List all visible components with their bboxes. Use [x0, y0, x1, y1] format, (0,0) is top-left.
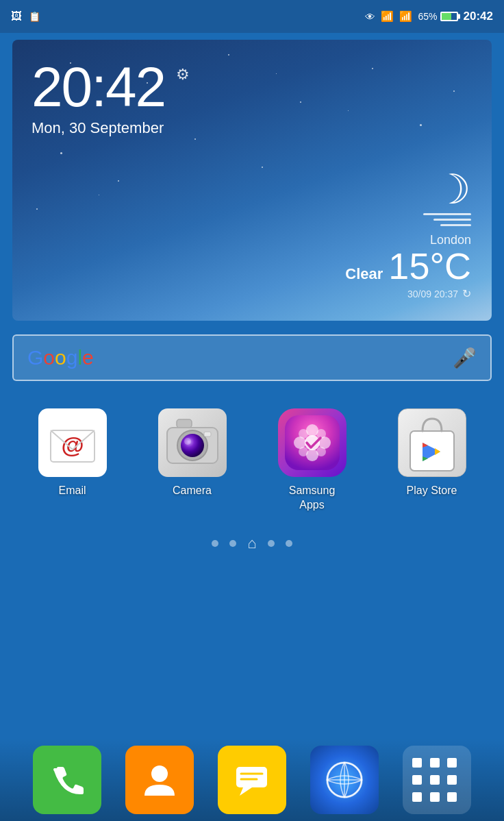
apps-grid-dot [430, 758, 440, 768]
apps-grid-dot [430, 792, 440, 802]
phone-icon [50, 763, 84, 797]
svg-point-23 [151, 765, 168, 782]
weather-desc-temp: Clear 15°C [345, 247, 471, 284]
status-notifications: 🖼 📋 [11, 10, 40, 23]
clock-time: 20:42 [32, 56, 165, 118]
dock-messages[interactable] [218, 746, 286, 814]
playstore-app-icon[interactable] [398, 408, 466, 477]
samsung-icon-svg [285, 415, 340, 470]
samsung-app-label: Samsung Apps [289, 484, 336, 513]
svg-marker-25 [240, 787, 252, 796]
weather-description: Clear [345, 265, 383, 283]
svg-point-16 [316, 447, 326, 456]
email-icon-svg: @ [45, 415, 100, 470]
svg-text:@: @ [61, 432, 84, 458]
weather-info: London Clear 15°C 30/09 20:37 ↻ [345, 233, 471, 300]
dock-contacts[interactable] [125, 746, 194, 814]
browser-icon [324, 759, 365, 800]
email-app-label: Email [58, 484, 86, 498]
email-app-icon[interactable]: @ [38, 408, 107, 477]
refresh-icon[interactable]: ↻ [462, 287, 471, 300]
contacts-icon [140, 761, 178, 799]
weather-city: London [345, 233, 471, 247]
google-search-bar[interactable]: Google 🎤 [12, 334, 492, 381]
page-dot-2[interactable] [229, 540, 236, 547]
notification-icon: 📋 [29, 11, 40, 22]
camera-icon-svg [162, 415, 223, 470]
svg-rect-2 [177, 419, 192, 428]
page-dot-5[interactable] [286, 540, 292, 547]
app-icons-row: @ Email [12, 408, 492, 513]
status-bar: 🖼 📋 👁 📶 📶 65% 20:42 [0, 0, 504, 33]
home-page-indicator[interactable]: ⌂ [247, 535, 256, 552]
messages-icon [233, 761, 270, 799]
app-item-camera[interactable]: Camera [148, 408, 237, 498]
app-item-samsung[interactable]: Samsung Apps [268, 408, 357, 513]
settings-gear-icon[interactable]: ⚙ [176, 66, 190, 84]
google-logo: Google [27, 346, 94, 369]
battery-bar [440, 12, 458, 21]
weather-widget: ☽ London Clear 15°C 30/09 20:37 ↻ [345, 169, 471, 300]
clock-weather-widget: 20:42 ⚙ Mon, 30 September ☽ London Clear… [12, 40, 492, 321]
widget-background: 20:42 ⚙ Mon, 30 September ☽ London Clear… [12, 40, 492, 321]
camera-app-label: Camera [173, 484, 212, 498]
camera-app-icon[interactable] [158, 408, 227, 477]
playstore-app-label: Play Store [407, 484, 457, 498]
page-dot-4[interactable] [268, 540, 275, 547]
voice-search-icon[interactable]: 🎤 [453, 347, 477, 369]
dock-app-drawer[interactable] [403, 746, 471, 814]
page-indicators: ⌂ [0, 535, 504, 552]
bottom-dock [0, 739, 504, 821]
battery-fill [442, 13, 451, 20]
apps-grid-dot [430, 775, 440, 785]
weather-haze [345, 213, 471, 226]
status-time: 20:42 [464, 10, 493, 23]
apps-grid-dot [447, 775, 457, 785]
apps-grid-dot [447, 792, 457, 802]
svg-point-5 [181, 434, 204, 457]
svg-rect-7 [204, 432, 211, 437]
image-icon: 🖼 [11, 10, 22, 23]
weather-moon-icon: ☽ [345, 169, 471, 210]
weather-temperature: 15°C [388, 247, 471, 284]
battery-percent: 65% [418, 11, 437, 22]
playstore-icon-svg [405, 412, 459, 474]
eye-icon: 👁 [365, 11, 375, 23]
svg-point-15 [299, 447, 308, 456]
app-item-email[interactable]: @ Email [28, 408, 117, 498]
battery-indicator: 65% [418, 11, 457, 22]
weather-updated: 30/09 20:37 ↻ [345, 287, 471, 300]
apps-grid-dot [447, 758, 457, 768]
clock-display: 20:42 ⚙ Mon, 30 September [32, 59, 165, 137]
page-dot-1[interactable] [212, 540, 218, 547]
svg-point-13 [299, 429, 308, 439]
svg-rect-24 [236, 767, 267, 787]
clock-date: Mon, 30 September [32, 119, 165, 137]
samsung-app-icon[interactable] [278, 408, 346, 477]
signal-icon: 📶 [399, 10, 412, 23]
app-item-playstore[interactable]: Play Store [388, 408, 477, 498]
apps-grid-dot [412, 758, 422, 768]
wifi-icon: 📶 [381, 10, 394, 23]
apps-grid-dot [412, 775, 422, 785]
status-right-area: 👁 📶 📶 65% 20:42 [365, 10, 493, 23]
dock-browser[interactable] [310, 746, 379, 814]
svg-point-6 [184, 438, 191, 445]
dock-phone[interactable] [33, 746, 101, 814]
apps-grid-dot [412, 792, 422, 802]
